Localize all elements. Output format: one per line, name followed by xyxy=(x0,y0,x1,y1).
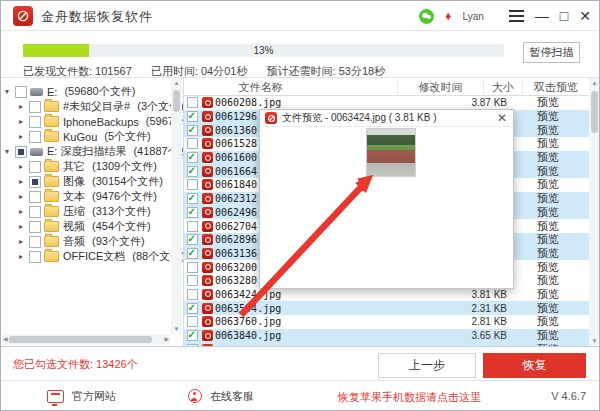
expander-icon[interactable]: ▸ xyxy=(19,117,29,126)
row-checkbox[interactable] xyxy=(187,111,198,122)
tree-checkbox[interactable] xyxy=(29,176,41,188)
table-row[interactable]: 0063840.jpg 3.65 KB 预览 xyxy=(184,329,589,343)
tree-checkbox[interactable] xyxy=(29,101,41,113)
tree-item[interactable]: ▸ 文本 (9476个文件) xyxy=(1,189,171,204)
tree-horizontal-scrollbar[interactable]: ◀ ▶ xyxy=(2,334,170,345)
row-checkbox[interactable] xyxy=(187,152,198,163)
scroll-down-icon[interactable]: ▼ xyxy=(589,336,599,346)
column-header-preview[interactable]: 双击预览 xyxy=(523,80,589,95)
expander-icon[interactable]: ▸ xyxy=(19,207,29,216)
table-row[interactable]: 0060208.jpg 3.87 KB 预览 xyxy=(184,96,589,110)
tree-vertical-scrollbar[interactable]: ▲ ▼ xyxy=(171,78,182,334)
tree-item[interactable]: ▸ KuGou (5个文件) xyxy=(1,129,171,144)
official-site-link[interactable]: 官方网站 xyxy=(47,381,116,411)
popup-title-bar[interactable]: 文件预览 - 0063424.jpg ( 3.81 KB ) ✕ xyxy=(260,110,513,127)
scroll-up-icon[interactable]: ▲ xyxy=(589,78,599,88)
tree-checkbox[interactable] xyxy=(29,221,41,233)
table-scroll-thumb[interactable] xyxy=(591,91,598,133)
row-checkbox[interactable] xyxy=(187,166,198,177)
expander-icon[interactable]: ▸ xyxy=(19,132,29,141)
scroll-up-icon[interactable]: ▲ xyxy=(171,78,182,88)
table-row[interactable]: 0063504.jpg 2.31 KB 预览 xyxy=(184,301,589,315)
row-checkbox[interactable] xyxy=(187,248,198,259)
tree-item[interactable]: ▸ #未知父目录# (3个文件) xyxy=(1,99,171,114)
expander-icon[interactable]: ▸ xyxy=(19,177,29,186)
row-checkbox[interactable] xyxy=(187,303,198,314)
online-support-link[interactable]: 在线客服 xyxy=(188,381,254,411)
jpg-file-icon xyxy=(202,344,213,346)
row-checkbox[interactable] xyxy=(187,344,198,346)
tree-item[interactable]: ▸ 视频 (454个文件) xyxy=(1,219,171,234)
row-checkbox[interactable] xyxy=(187,234,198,245)
tree-checkbox[interactable] xyxy=(29,236,41,248)
row-checkbox[interactable] xyxy=(187,125,198,136)
iphone-recovery-link[interactable]: 恢复苹果手机数据请点击这里 xyxy=(338,390,481,405)
row-checkbox[interactable] xyxy=(187,330,198,341)
tree-hscroll-thumb[interactable] xyxy=(9,336,152,343)
expander-icon[interactable]: ▸ xyxy=(19,252,29,261)
tree-checkbox[interactable] xyxy=(29,161,41,173)
tree-item[interactable]: ▸ 其它 (1309个文件) xyxy=(1,159,171,174)
wechat-icon[interactable] xyxy=(419,9,434,24)
tree-checkbox[interactable] xyxy=(29,251,41,263)
row-checkbox[interactable] xyxy=(187,275,198,286)
tree-item[interactable]: ▸ 音频 (93个文件) xyxy=(1,234,171,249)
tree-checkbox[interactable] xyxy=(15,146,27,158)
menu-icon[interactable] xyxy=(509,7,524,25)
column-header-mtime[interactable]: 修改时间 xyxy=(398,80,484,95)
tree-item[interactable]: ▾ E: 深度扫描结果 (41887个文件) xyxy=(1,144,171,159)
row-checkbox[interactable] xyxy=(187,97,198,108)
column-header-size[interactable]: 大小 xyxy=(484,80,523,95)
scroll-down-icon[interactable]: ▼ xyxy=(171,324,182,334)
tree-item[interactable]: ▸ 压缩 (313个文件) xyxy=(1,204,171,219)
expander-icon[interactable]: ▸ xyxy=(19,222,29,231)
tree-scroll-thumb[interactable] xyxy=(173,90,180,112)
expander-icon[interactable]: ▾ xyxy=(5,87,15,96)
scroll-left-icon[interactable]: ◀ xyxy=(3,334,8,345)
expander-icon[interactable]: ▸ xyxy=(19,237,29,246)
previous-step-button[interactable]: 上一步 xyxy=(378,353,476,378)
preview-thumbnail[interactable] xyxy=(366,128,416,177)
table-row[interactable]: 0063760.jpg 2.81 KB 预览 xyxy=(184,315,589,329)
expander-icon[interactable]: ▸ xyxy=(19,102,29,111)
username[interactable]: Lyan xyxy=(462,11,483,22)
expander-icon[interactable]: ▸ xyxy=(19,192,29,201)
row-checkbox[interactable] xyxy=(187,207,198,218)
vip-gem-icon[interactable]: ♦ xyxy=(445,10,451,22)
tree-item[interactable]: ▾ E: (59680个文件) xyxy=(1,84,171,99)
preview-link[interactable]: 预览 xyxy=(507,342,589,346)
row-checkbox[interactable] xyxy=(187,289,198,300)
row-checkbox[interactable] xyxy=(187,221,198,232)
recover-button[interactable]: 恢复 xyxy=(483,353,586,378)
row-checkbox[interactable] xyxy=(187,262,198,273)
row-checkbox[interactable] xyxy=(187,138,198,149)
column-header-filename[interactable]: 文件名称 xyxy=(184,80,398,95)
close-button[interactable]: ✕ xyxy=(579,9,591,23)
popup-close-icon[interactable]: ✕ xyxy=(497,111,507,125)
table-row[interactable]: 预览 xyxy=(184,342,589,346)
tree-checkbox[interactable] xyxy=(29,131,41,143)
expander-icon[interactable]: ▾ xyxy=(5,147,15,156)
tree-item[interactable]: ▸ IphoneBackups (59672个文件) xyxy=(1,114,171,129)
tree-checkbox[interactable] xyxy=(29,206,41,218)
row-checkbox[interactable] xyxy=(187,179,198,190)
tree-item[interactable]: ▸ 图像 (30154个文件) xyxy=(1,174,171,189)
table-vertical-scrollbar[interactable]: ▲ ▼ xyxy=(589,78,599,346)
selected-count-summary: 您已勾选文件数: 13426个 xyxy=(13,357,138,372)
jpg-file-icon xyxy=(202,97,213,108)
tree-checkbox[interactable] xyxy=(15,86,27,98)
tree-checkbox[interactable] xyxy=(29,191,41,203)
jpg-file-icon xyxy=(202,303,213,314)
tree-item[interactable]: ▸ OFFICE文档 (88个文件) xyxy=(1,249,171,264)
expander-icon[interactable]: ▸ xyxy=(19,162,29,171)
row-checkbox[interactable] xyxy=(187,193,198,204)
row-checkbox[interactable] xyxy=(187,316,198,327)
maximize-button[interactable]: □ xyxy=(560,9,568,23)
tree-checkbox[interactable] xyxy=(29,116,41,128)
scroll-right-icon[interactable]: ▶ xyxy=(164,334,169,345)
tree-node-count: (30154个文件) xyxy=(92,174,163,189)
jpg-file-icon xyxy=(202,138,213,149)
minimize-button[interactable]: — xyxy=(535,9,549,23)
pause-scan-button[interactable]: 暂停扫描 xyxy=(523,42,580,63)
table-row[interactable]: 0063424.jpg 3.81 KB 预览 xyxy=(184,288,589,302)
